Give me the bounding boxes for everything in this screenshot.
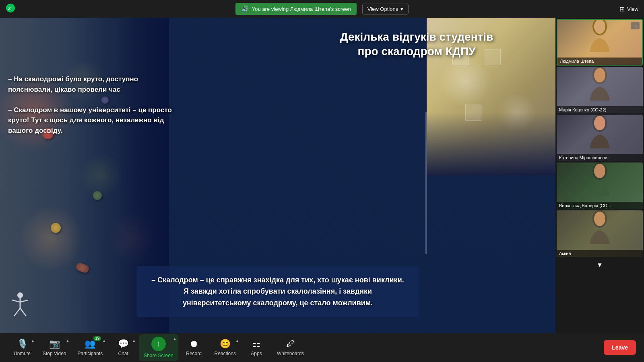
screen-share-indicator: 🔊 You are viewing Людмила Штепа's screen — [235, 3, 357, 15]
leave-label: Leave — [612, 344, 628, 351]
chevron-up-icon: ▲ — [31, 339, 35, 343]
participants-panel: ··· Людмила Штепа 🎤 Марія Коценко (СО-22… — [555, 18, 644, 333]
whiteboards-button[interactable]: 🖊 Whiteboards — [272, 336, 309, 359]
apps-button[interactable]: ⚏ Apps — [242, 336, 270, 359]
grid-icon: ⊞ — [619, 5, 625, 13]
speaker-icon: 🔊 — [241, 5, 249, 12]
slide-container: Декілька відгуків студентів про скалодро… — [0, 18, 555, 333]
svg-line-4 — [12, 300, 20, 302]
video-icon: 📷 — [49, 339, 60, 349]
chevron-up-icon: ▲ — [235, 339, 239, 343]
share-screen-button[interactable]: ↑ Share Screen ▲ — [139, 334, 178, 361]
view-options-label: View Options — [367, 6, 398, 12]
share-screen-icon: ↑ — [157, 340, 160, 348]
zoom-logo: Z — [6, 3, 15, 14]
view-options-button[interactable]: View Options ▾ — [362, 4, 409, 14]
participants-button[interactable]: 👥 19 Participants ▲ — [73, 336, 108, 359]
participant-tile: 🎤 Катерина Мірошниченк... — [557, 115, 643, 161]
participant-tile: Аміна — [557, 210, 643, 257]
participant-name: Марія Коценко (СО-22) — [557, 106, 643, 113]
participant-more-button[interactable]: ··· — [631, 22, 640, 29]
shared-screen: Декілька відгуків студентів про скалодро… — [0, 18, 555, 333]
reactions-label: Reactions — [215, 351, 236, 356]
record-icon: ⏺ — [190, 339, 198, 349]
microphone-muted-icon: 🎙️ — [17, 339, 28, 349]
svg-point-9 — [594, 19, 605, 34]
top-bar: Z 🔊 You are viewing Людмила Штепа's scre… — [0, 0, 644, 18]
chevron-up-icon: ▲ — [102, 339, 106, 343]
participant-tile: 🎤 Верхогляд Валерія (СО-... — [557, 162, 643, 209]
view-label: View — [627, 6, 638, 12]
share-screen-active-bg: ↑ — [151, 337, 166, 351]
participant-name: Верхогляд Валерія (СО-... — [557, 202, 643, 209]
record-label: Record — [186, 351, 202, 356]
leave-button[interactable]: Leave — [604, 340, 636, 355]
chat-label: Chat — [118, 351, 128, 356]
participant-name: Катерина Мірошниченк... — [557, 154, 643, 161]
svg-line-5 — [20, 300, 28, 302]
chevron-down-icon: ▼ — [597, 261, 603, 269]
screen-share-text: You are viewing Людмила Штепа's screen — [252, 6, 351, 12]
apps-label: Apps — [251, 351, 262, 356]
participant-tile: 🎤 Марія Коценко (СО-22) — [557, 67, 643, 113]
share-screen-label: Share Screen — [144, 353, 173, 358]
unmute-label: Unmute — [14, 351, 31, 356]
whiteboards-label: Whiteboards — [277, 351, 304, 356]
svg-line-6 — [14, 308, 20, 316]
svg-point-15 — [594, 164, 605, 178]
stop-video-label: Stop Video — [43, 351, 66, 356]
separator-line — [425, 112, 427, 254]
svg-point-2 — [17, 292, 23, 298]
reactions-icon: 😊 — [220, 339, 231, 349]
slide-left-text: – На скалодромі було круто, доступно поя… — [8, 74, 177, 136]
svg-point-11 — [594, 68, 605, 82]
apps-icon: ⚏ — [252, 339, 260, 349]
whiteboards-icon: 🖊 — [286, 339, 295, 349]
view-button[interactable]: ⊞ View — [619, 5, 638, 13]
bottom-toolbar: 🎙️ Unmute ▲ 📷 Stop Video ▲ 👥 19 Particip… — [0, 333, 644, 362]
participant-name: Аміна — [557, 250, 643, 257]
stop-video-button[interactable]: 📷 Stop Video ▲ — [38, 336, 71, 359]
participants-label: Participants — [78, 351, 103, 356]
participant-count-badge: 19 — [93, 336, 101, 341]
participant-tile: ··· Людмила Штепа — [557, 19, 643, 66]
record-button[interactable]: ⏺ Record — [180, 336, 208, 359]
scroll-down-button[interactable]: ▼ — [557, 258, 643, 272]
participant-name: Людмила Штепа — [557, 58, 642, 65]
slide-bottom-text: – Скалодром – це справжня знахідка для т… — [137, 266, 419, 317]
main-content: Декілька відгуків студентів про скалодро… — [0, 18, 644, 333]
unmute-button[interactable]: 🎙️ Unmute ▲ — [8, 336, 36, 359]
chevron-up-icon: ▲ — [132, 339, 136, 343]
reactions-button[interactable]: 😊 Reactions ▲ — [210, 336, 241, 359]
slide-title: Декілька відгуків студентів про скалодро… — [286, 30, 547, 59]
svg-line-7 — [20, 308, 26, 316]
athlete-logo — [8, 292, 32, 325]
chat-icon: 💬 — [118, 339, 129, 349]
chat-button[interactable]: 💬 Chat ▲ — [109, 336, 137, 359]
svg-point-13 — [594, 116, 605, 130]
svg-text:Z: Z — [8, 6, 11, 11]
chevron-up-icon: ▲ — [66, 339, 70, 343]
svg-point-17 — [594, 212, 605, 226]
chevron-up-icon: ▲ — [173, 337, 177, 341]
chevron-down-icon: ▾ — [400, 6, 403, 12]
